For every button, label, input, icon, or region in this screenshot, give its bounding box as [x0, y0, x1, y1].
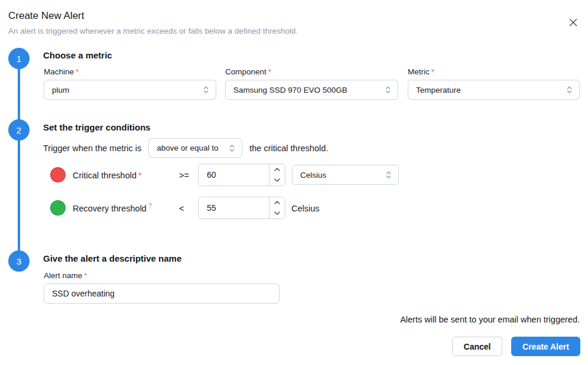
recovery-threshold-label: Recovery threshold? [73, 204, 152, 213]
step-2-badge: 2 [8, 119, 30, 141]
metric-select[interactable]: Temperature [408, 80, 580, 100]
decrement-button[interactable] [269, 208, 285, 219]
critical-value-input[interactable] [199, 164, 269, 185]
comparator-select[interactable]: above or equal to [148, 138, 242, 158]
section-heading-trigger-conditions: Set the trigger conditions [43, 122, 151, 132]
required-asterisk: * [76, 67, 79, 76]
metric-label: Metric* [408, 67, 434, 76]
alert-name-input[interactable] [44, 283, 280, 304]
chevron-up-icon [274, 167, 281, 172]
create-alert-button[interactable]: Create Alert [511, 337, 580, 356]
increment-button[interactable] [269, 164, 285, 175]
required-asterisk: * [431, 67, 434, 76]
recovery-value-stepper [269, 197, 285, 219]
recovery-unit-text: Celsius [291, 204, 320, 213]
critical-operator: >= [179, 171, 189, 180]
create-alert-dialog: Create New Alert An alert is triggered w… [0, 0, 588, 365]
dialog-subtitle: An alert is triggered whenever a metric … [8, 27, 298, 35]
required-asterisk: * [138, 171, 142, 180]
step-connector-line [18, 58, 20, 261]
select-chevrons-icon [385, 170, 392, 180]
email-notice: Alerts will be sent to your email when t… [400, 315, 580, 324]
machine-label: Machine* [44, 67, 79, 76]
critical-value-input-group [198, 164, 285, 186]
recovery-operator: < [179, 204, 184, 213]
recovery-value-input[interactable] [199, 197, 269, 219]
select-chevrons-icon [203, 85, 209, 94]
critical-status-dot [50, 167, 66, 182]
required-asterisk: * [84, 271, 87, 280]
recovery-value-input-group [198, 197, 285, 219]
select-chevrons-icon [229, 144, 235, 153]
critical-threshold-label: Critical threshold* [73, 171, 142, 180]
recovery-status-dot [50, 200, 66, 216]
component-label: Component* [225, 67, 271, 76]
step-1-badge: 1 [8, 48, 30, 69]
trigger-sentence-prefix: Trigger when the metric is [43, 144, 141, 153]
critical-unit-select[interactable]: Celsius [292, 165, 399, 185]
chevron-down-icon [274, 211, 281, 216]
chevron-up-icon [274, 200, 281, 205]
select-chevrons-icon [385, 85, 391, 94]
select-chevrons-icon [566, 85, 573, 94]
trigger-sentence-suffix: the critical threshold. [249, 144, 328, 153]
section-heading-choose-metric: Choose a metric [43, 50, 112, 60]
increment-button[interactable] [269, 197, 285, 208]
decrement-button[interactable] [269, 175, 285, 185]
alert-name-label: Alert name* [44, 271, 87, 280]
section-heading-alert-name: Give the alert a descriptive name [43, 253, 181, 263]
machine-select[interactable]: plum [44, 80, 216, 100]
step-3-badge: 3 [8, 250, 30, 272]
trigger-sentence: Trigger when the metric is above or equa… [43, 138, 328, 158]
help-icon[interactable]: ? [148, 202, 152, 209]
required-asterisk: * [268, 67, 271, 76]
close-icon [568, 18, 578, 27]
cancel-button[interactable]: Cancel [452, 337, 502, 356]
dialog-title: Create New Alert [8, 10, 85, 22]
close-button[interactable] [564, 13, 583, 32]
chevron-down-icon [274, 178, 281, 182]
component-select[interactable]: Samsung SSD 970 EVO 500GB [225, 80, 398, 100]
critical-value-stepper [269, 164, 285, 185]
